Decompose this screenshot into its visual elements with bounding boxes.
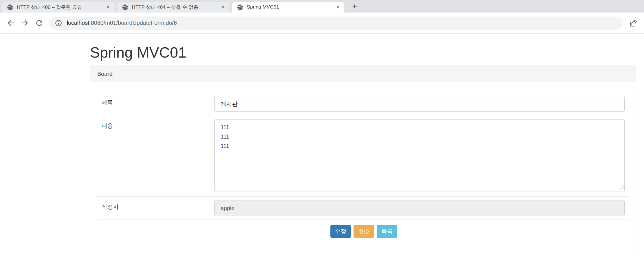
address-bar[interactable]: localhost:8080/m01/boardUpdateForm.do/6 (49, 17, 623, 30)
tab-title: Spring MVC01 (247, 4, 332, 10)
author-input (214, 200, 625, 216)
panel-heading: Board (90, 66, 636, 82)
globe-favicon-icon (237, 4, 243, 11)
back-button[interactable] (3, 16, 18, 30)
new-tab-button[interactable]: + (350, 1, 360, 11)
browser-window: HTTP 상태 400 – 잘못된 요청 ✕ HTTP 상태 404 – 찾을 … (0, 0, 644, 256)
site-info-icon[interactable] (55, 19, 62, 27)
form-row-buttons: 수정 취소 목록 (97, 220, 630, 255)
content-textarea[interactable]: 111 111 111 (214, 119, 625, 192)
url-text: localhost:8080/m01/boardUpdateForm.do/6 (67, 20, 177, 26)
forward-arrow-icon (21, 19, 29, 27)
globe-favicon-icon (7, 4, 13, 11)
close-icon[interactable]: ✕ (219, 3, 227, 11)
form-row-title: 제목 (97, 92, 630, 116)
board-form: 제목 내용 111 111 111 작성자 (90, 82, 636, 255)
tab-title: HTTP 상태 404 – 찾을 수 없음 (132, 4, 217, 11)
tab-http-404[interactable]: HTTP 상태 404 – 찾을 수 없음 ✕ (117, 2, 229, 13)
browser-toolbar: localhost:8080/m01/boardUpdateForm.do/6 (0, 13, 644, 34)
reload-icon (35, 19, 44, 27)
url-path: :8080/m01/boardUpdateForm.do/6 (89, 20, 177, 26)
page-title: Spring MVC01 (90, 44, 186, 61)
close-icon[interactable]: ✕ (334, 3, 342, 11)
form-row-author: 작성자 (97, 196, 630, 220)
share-icon (629, 19, 638, 28)
tab-title: HTTP 상태 400 – 잘못된 요청 (17, 4, 102, 11)
globe-favicon-icon (122, 4, 128, 11)
content-label: 내용 (97, 119, 214, 192)
back-arrow-icon (6, 19, 15, 27)
close-icon[interactable]: ✕ (104, 3, 112, 11)
page-viewport: Spring MVC01 Board 제목 내용 111 111 111 (0, 34, 644, 256)
url-host: localhost (67, 20, 89, 26)
board-panel: Board 제목 내용 111 111 111 작성자 (90, 66, 636, 256)
cancel-button[interactable]: 취소 (354, 225, 374, 238)
reload-button[interactable] (32, 16, 46, 30)
forward-button[interactable] (18, 16, 32, 30)
author-label: 작성자 (97, 200, 214, 216)
tab-strip: HTTP 상태 400 – 잘못된 요청 ✕ HTTP 상태 404 – 찾을 … (0, 0, 644, 13)
title-input[interactable] (214, 96, 625, 112)
list-button[interactable]: 목록 (377, 225, 397, 238)
title-label: 제목 (97, 96, 214, 112)
tab-http-400[interactable]: HTTP 상태 400 – 잘못된 요청 ✕ (2, 2, 114, 13)
share-button[interactable] (627, 17, 640, 30)
textarea-resize-handle-icon[interactable] (619, 185, 623, 190)
update-button[interactable]: 수정 (330, 225, 351, 238)
tab-spring-mvc01[interactable]: Spring MVC01 ✕ (232, 2, 344, 13)
form-row-content: 내용 111 111 111 (97, 116, 630, 196)
